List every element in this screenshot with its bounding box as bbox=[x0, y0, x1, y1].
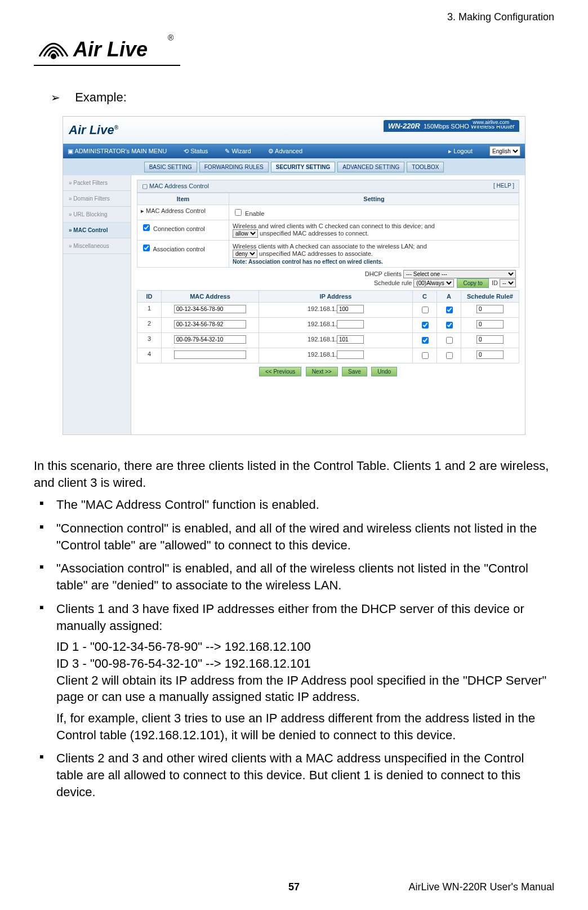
th-c: C bbox=[413, 291, 437, 303]
next-button[interactable]: Next >> bbox=[306, 367, 338, 376]
svg-text:®: ® bbox=[168, 33, 174, 42]
menu-status[interactable]: ⟲ Status bbox=[184, 148, 208, 155]
b4-sub2: ID 3 - "00-98-76-54-32-10" --> 192.168.1… bbox=[56, 655, 554, 672]
tab-forwarding[interactable]: FORWARDING RULES bbox=[199, 162, 269, 172]
bullet-3: "Association control" is enabled, and al… bbox=[39, 560, 554, 593]
tab-basic[interactable]: BASIC SETTING bbox=[144, 162, 197, 172]
th-mac: MAC Address bbox=[162, 291, 259, 303]
ss-model-banner: www.airlive.com WN-220R 150Mbps SOHO Wir… bbox=[384, 120, 519, 132]
table-row: 2192.168.1. bbox=[137, 318, 519, 333]
side-mac-control[interactable]: » MAC Control bbox=[63, 223, 131, 238]
lang-select[interactable]: English bbox=[489, 146, 520, 156]
a-checkbox[interactable] bbox=[446, 352, 453, 359]
manual-name: AirLive WN-220R User's Manual bbox=[408, 881, 554, 893]
menu-wizard[interactable]: ✎ Wizard bbox=[225, 148, 251, 155]
menu-advanced[interactable]: ⚙ Advanced bbox=[268, 148, 302, 155]
side-miscellaneous[interactable]: » Miscellaneous bbox=[63, 238, 131, 254]
bullet-5: Clients 2 and 3 and other wired clients … bbox=[39, 750, 554, 800]
chapter-header: 3. Making Configuration bbox=[447, 11, 554, 23]
tab-security[interactable]: SECURITY SETTING bbox=[271, 162, 336, 172]
c-checkbox[interactable] bbox=[422, 322, 429, 329]
assoc-select[interactable]: deny bbox=[233, 250, 257, 258]
side-packet-filters[interactable]: » Packet Filters bbox=[63, 175, 131, 191]
table-row: 1192.168.1. bbox=[137, 303, 519, 318]
svg-point-0 bbox=[51, 54, 56, 59]
ip-input[interactable] bbox=[337, 320, 364, 329]
b4-sub4: If, for example, client 3 tries to use a… bbox=[56, 710, 554, 743]
example-heading: ➢ Example: bbox=[51, 90, 554, 105]
sr-input[interactable] bbox=[476, 305, 504, 313]
table-row: 3192.168.1. bbox=[137, 333, 519, 348]
col-setting: Setting bbox=[229, 193, 519, 205]
col-item: Item bbox=[137, 193, 229, 205]
assoc-text2: unspecified MAC addresses to associate. bbox=[259, 250, 373, 257]
help-link[interactable]: [ HELP ] bbox=[493, 183, 514, 190]
bullet-4: Clients 1 and 3 have fixed IP addresses … bbox=[39, 601, 554, 744]
a-checkbox[interactable] bbox=[446, 337, 453, 344]
a-checkbox[interactable] bbox=[446, 307, 453, 313]
sr-input[interactable] bbox=[476, 335, 504, 344]
tab-toolbox[interactable]: TOOLBOX bbox=[407, 162, 444, 172]
mac-input[interactable] bbox=[174, 305, 246, 313]
page-number: 57 bbox=[288, 881, 300, 893]
ip-input[interactable] bbox=[337, 350, 364, 359]
a-checkbox[interactable] bbox=[446, 322, 453, 329]
b4-sub3: Client 2 will obtain its IP address from… bbox=[56, 672, 554, 705]
row-mac-label: ▸ MAC Address Control bbox=[137, 205, 229, 220]
ss-tabbar: BASIC SETTING FORWARDING RULES SECURITY … bbox=[63, 158, 525, 175]
assoc-control-checkbox[interactable] bbox=[143, 245, 150, 251]
panel-title: ▢ MAC Address Control bbox=[142, 183, 209, 190]
conn-select[interactable]: allow bbox=[233, 229, 258, 238]
side-url-blocking[interactable]: » URL Blocking bbox=[63, 207, 131, 223]
conn-text1: Wireless and wired clients with C checke… bbox=[233, 223, 435, 229]
menu-main[interactable]: ▣ ADMINISTRATOR's MAIN MENU bbox=[68, 148, 167, 155]
menu-logout[interactable]: ▸ Logout bbox=[448, 148, 473, 155]
id-select[interactable]: -- bbox=[500, 279, 516, 287]
conn-control-checkbox[interactable] bbox=[143, 224, 150, 231]
intro-paragraph: In this scenario, there are three client… bbox=[34, 458, 554, 491]
enable-label: Enable bbox=[245, 210, 264, 217]
control-table: ID MAC Address IP Address C A Schedule R… bbox=[137, 290, 519, 363]
c-checkbox[interactable] bbox=[422, 352, 429, 359]
th-a: A bbox=[437, 291, 461, 303]
c-checkbox[interactable] bbox=[422, 337, 429, 344]
th-id: ID bbox=[137, 291, 162, 303]
sr-input[interactable] bbox=[476, 320, 504, 329]
copy-to-button[interactable]: Copy to bbox=[457, 278, 488, 288]
dhcp-select[interactable]: --- Select one --- bbox=[403, 270, 516, 278]
assoc-text1: Wireless clients with A checked can asso… bbox=[233, 243, 427, 250]
ss-url-pill: www.airlive.com bbox=[469, 119, 513, 126]
tab-advanced[interactable]: ADVANCED SETTING bbox=[337, 162, 404, 172]
prev-button[interactable]: << Previous bbox=[259, 367, 301, 376]
ss-model: WN-220R bbox=[388, 122, 420, 130]
th-sr: Schedule Rule# bbox=[461, 291, 519, 303]
bullet-2: "Connection control" is enabled, and all… bbox=[39, 520, 554, 553]
table-row: 4192.168.1. bbox=[137, 348, 519, 363]
row-conn-label: Connection control bbox=[153, 225, 205, 232]
side-domain-filters[interactable]: » Domain Filters bbox=[63, 191, 131, 207]
dhcp-label: DHCP clients bbox=[365, 270, 402, 277]
mac-input[interactable] bbox=[174, 335, 246, 344]
ip-input[interactable] bbox=[337, 305, 364, 313]
row-assoc-label: Association control bbox=[153, 246, 204, 252]
th-ip: IP Address bbox=[259, 291, 413, 303]
ss-sidebar: » Packet Filters » Domain Filters » URL … bbox=[63, 175, 131, 434]
sr-input[interactable] bbox=[476, 350, 504, 359]
sched-select[interactable]: (00)Always bbox=[413, 279, 454, 287]
example-label: Example: bbox=[75, 90, 127, 104]
save-button[interactable]: Save bbox=[342, 367, 367, 376]
mac-enable-checkbox[interactable] bbox=[235, 209, 242, 216]
conn-text2: unspecified MAC addresses to connect. bbox=[260, 230, 369, 237]
airlive-logo: Air Live ® bbox=[34, 28, 554, 68]
b4-sub1: ID 1 - "00-12-34-56-78-90" --> 192.168.1… bbox=[56, 638, 554, 655]
router-ui-screenshot: Air Live® www.airlive.com WN-220R 150Mbp… bbox=[63, 116, 525, 435]
triangle-bullet-icon: ➢ bbox=[51, 91, 60, 104]
mac-input[interactable] bbox=[174, 320, 246, 329]
ss-logo: Air Live® bbox=[69, 123, 118, 137]
ip-input[interactable] bbox=[337, 335, 364, 344]
assoc-note: Note: Association control has no effect … bbox=[233, 259, 383, 265]
mac-input[interactable] bbox=[174, 350, 246, 359]
svg-text:Air Live: Air Live bbox=[73, 38, 148, 61]
undo-button[interactable]: Undo bbox=[371, 367, 397, 376]
c-checkbox[interactable] bbox=[422, 307, 429, 313]
